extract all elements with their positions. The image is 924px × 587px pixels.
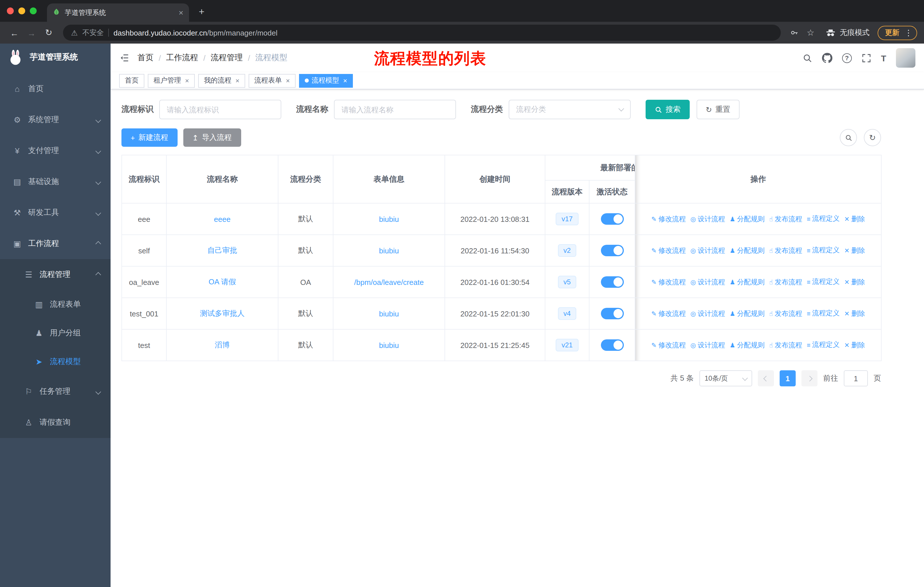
browser-tab[interactable]: 芋道管理系统 × [47, 3, 189, 22]
action-design-link[interactable]: ◎设计流程 [690, 341, 725, 350]
action-assign-rule-link[interactable]: ♟分配规则 [730, 246, 765, 256]
action-edit-link[interactable]: ✎修改流程 [651, 278, 686, 287]
action-definition-link[interactable]: ≡流程定义 [807, 214, 840, 224]
active-toggle[interactable] [601, 213, 624, 225]
avatar[interactable] [896, 48, 916, 68]
action-assign-rule-link[interactable]: ♟分配规则 [730, 309, 765, 319]
sidebar-item-process-form[interactable]: ▥流程表单 [0, 290, 111, 319]
reset-button[interactable]: ↻ 重置 [696, 100, 739, 119]
breadcrumb-item[interactable]: 首页 [137, 53, 153, 63]
sidebar-item-devtools[interactable]: ⚒研发工具 [0, 197, 111, 228]
security-label[interactable]: 不安全 [82, 28, 104, 38]
sidebar-item-payment[interactable]: ¥支付管理 [0, 135, 111, 166]
view-tag-home[interactable]: 首页 [119, 74, 144, 88]
action-design-link[interactable]: ◎设计流程 [690, 309, 725, 319]
action-publish-link[interactable]: ☝发布流程 [769, 309, 802, 319]
fullscreen-icon[interactable] [861, 53, 871, 63]
process-name-link[interactable]: eeee [214, 215, 231, 223]
sidebar-item-infrastructure[interactable]: ▤基础设施 [0, 166, 111, 197]
next-page-button[interactable] [802, 370, 817, 386]
form-link[interactable]: biubiu [379, 246, 399, 255]
process-name-link[interactable]: OA 请假 [208, 278, 236, 286]
action-assign-rule-link[interactable]: ♟分配规则 [730, 341, 765, 350]
action-edit-link[interactable]: ✎修改流程 [651, 341, 686, 350]
toggle-search-button[interactable] [840, 129, 857, 146]
action-definition-link[interactable]: ≡流程定义 [807, 277, 840, 287]
window-close-button[interactable] [7, 7, 14, 14]
action-design-link[interactable]: ◎设计流程 [690, 278, 725, 287]
sidebar-item-user-group[interactable]: ♟用户分组 [0, 319, 111, 347]
active-toggle[interactable] [601, 308, 624, 319]
sidebar-item-process-management[interactable]: ☰流程管理 [0, 259, 111, 290]
action-design-link[interactable]: ◎设计流程 [690, 214, 725, 224]
process-name-link[interactable]: 滔博 [215, 341, 230, 349]
view-tag-tenant[interactable]: 租户管理× [148, 74, 195, 88]
action-publish-link[interactable]: ☝发布流程 [769, 214, 802, 224]
action-edit-link[interactable]: ✎修改流程 [651, 214, 686, 224]
sidebar-item-task-management[interactable]: ⚐任务管理 [0, 376, 111, 407]
action-delete-link[interactable]: ✕删除 [844, 246, 865, 256]
bookmark-star-icon[interactable]: ☆ [804, 28, 817, 38]
page-1-button[interactable]: 1 [780, 370, 796, 386]
update-button[interactable]: 更新 ⋮ [878, 25, 917, 40]
form-link[interactable]: biubiu [379, 215, 399, 223]
sidebar-item-process-model[interactable]: ➤流程模型 [0, 347, 111, 376]
active-toggle[interactable] [601, 245, 624, 256]
create-process-button[interactable]: +新建流程 [121, 128, 177, 147]
page-size-select[interactable]: 10条/页 [700, 370, 752, 386]
process-id-input[interactable] [159, 100, 281, 119]
window-minimize-button[interactable] [18, 7, 25, 14]
process-name-link[interactable]: 测试多审批人 [200, 309, 244, 317]
search-button[interactable]: 搜索 [645, 100, 690, 119]
close-icon[interactable]: × [185, 76, 189, 84]
search-icon[interactable] [803, 53, 812, 63]
breadcrumb-item[interactable]: 工作流程 [166, 53, 198, 63]
category-select[interactable]: 流程分类 [509, 100, 631, 119]
sidebar-item-workflow[interactable]: ▣工作流程 [0, 228, 111, 259]
action-design-link[interactable]: ◎设计流程 [690, 246, 725, 256]
process-name-input[interactable] [334, 100, 456, 119]
form-link[interactable]: biubiu [379, 309, 399, 318]
goto-page-input[interactable] [844, 370, 868, 386]
form-link[interactable]: /bpm/oa/leave/create [354, 278, 424, 286]
action-edit-link[interactable]: ✎修改流程 [651, 246, 686, 256]
action-delete-link[interactable]: ✕删除 [844, 278, 865, 287]
sidebar-item-leave-query[interactable]: ♙请假查询 [0, 407, 111, 438]
password-key-icon[interactable] [788, 28, 802, 37]
close-icon[interactable]: × [343, 76, 347, 84]
active-toggle[interactable] [601, 276, 624, 288]
address-bar[interactable]: ⚠ 不安全 dashboard.yudao.iocoder.cn/bpm/man… [63, 25, 781, 41]
view-tag-my-process[interactable]: 我的流程× [198, 74, 245, 88]
form-link[interactable]: biubiu [379, 341, 399, 349]
action-definition-link[interactable]: ≡流程定义 [807, 340, 840, 350]
action-assign-rule-link[interactable]: ♟分配规则 [730, 214, 765, 224]
action-assign-rule-link[interactable]: ♟分配规则 [730, 278, 765, 287]
tab-close-icon[interactable]: × [179, 8, 183, 17]
action-delete-link[interactable]: ✕删除 [844, 214, 865, 224]
close-icon[interactable]: × [286, 76, 290, 84]
menu-dots-icon[interactable]: ⋮ [904, 28, 912, 37]
sidebar-item-home[interactable]: ⌂首页 [0, 73, 111, 104]
sidebar-item-system[interactable]: ⚙系统管理 [0, 104, 111, 135]
import-process-button[interactable]: ↥导入流程 [183, 128, 241, 147]
font-size-icon[interactable]: T [881, 53, 886, 63]
back-button[interactable]: ← [7, 25, 22, 40]
process-name-link[interactable]: 自己审批 [207, 246, 237, 255]
active-toggle[interactable] [601, 339, 624, 351]
prev-page-button[interactable] [758, 370, 774, 386]
close-icon[interactable]: × [236, 76, 239, 84]
sidebar-fold-icon[interactable] [119, 53, 129, 63]
refresh-table-button[interactable]: ↻ [864, 129, 881, 146]
action-definition-link[interactable]: ≡流程定义 [807, 246, 840, 255]
view-tag-process-model[interactable]: 流程模型× [299, 74, 353, 88]
action-publish-link[interactable]: ☝发布流程 [769, 246, 802, 256]
action-delete-link[interactable]: ✕删除 [844, 341, 865, 350]
action-delete-link[interactable]: ✕删除 [844, 309, 865, 319]
window-zoom-button[interactable] [30, 7, 37, 14]
breadcrumb-item[interactable]: 流程管理 [211, 53, 243, 63]
action-publish-link[interactable]: ☝发布流程 [769, 278, 802, 287]
help-icon[interactable]: ? [842, 53, 852, 63]
github-icon[interactable] [822, 53, 832, 63]
action-edit-link[interactable]: ✎修改流程 [651, 309, 686, 319]
reload-button[interactable]: ↻ [41, 25, 56, 40]
